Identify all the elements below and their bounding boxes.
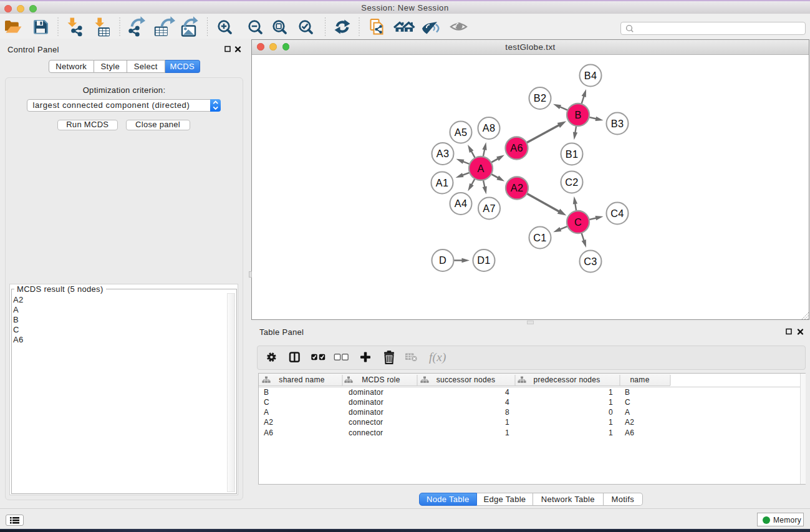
svg-text:D1: D1: [477, 254, 490, 266]
svg-text:C1: C1: [533, 231, 546, 243]
svg-text:A3: A3: [436, 148, 450, 159]
svg-text:A7: A7: [483, 202, 496, 213]
svg-text:B4: B4: [584, 69, 597, 80]
svg-text:A4: A4: [455, 198, 468, 209]
svg-text:B2: B2: [534, 92, 547, 104]
svg-text:C4: C4: [610, 207, 624, 218]
svg-text:A: A: [477, 162, 484, 173]
svg-text:A1: A1: [436, 177, 449, 188]
svg-text:A6: A6: [510, 142, 523, 153]
svg-text:A2: A2: [511, 182, 524, 193]
svg-text:B3: B3: [611, 117, 624, 128]
svg-text:f(x): f(x): [429, 351, 446, 364]
svg-text:A8: A8: [483, 122, 496, 133]
svg-text:C: C: [574, 216, 582, 227]
svg-text:D: D: [439, 254, 446, 266]
svg-text:C2: C2: [565, 176, 578, 187]
svg-text:B: B: [574, 109, 581, 120]
svg-text:B1: B1: [566, 148, 579, 159]
svg-text:C3: C3: [584, 255, 597, 266]
svg-text:A5: A5: [455, 126, 468, 137]
